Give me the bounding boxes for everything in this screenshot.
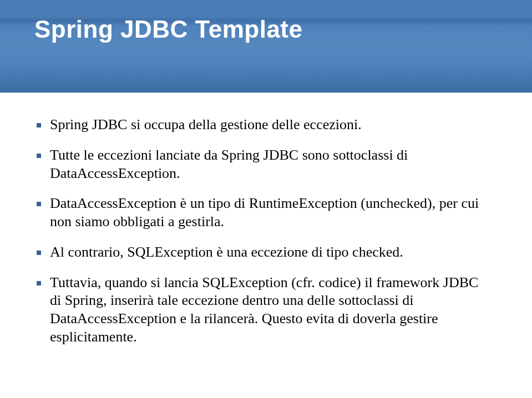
list-item: DataAccessException è un tipo di Runtime… — [50, 195, 493, 231]
list-item: Tuttavia, quando si lancia SQLException … — [50, 274, 493, 346]
slide-header: Spring JDBC Template — [0, 0, 532, 93]
slide-title: Spring JDBC Template — [34, 16, 532, 43]
list-item: Al contrario, SQLException è una eccezio… — [50, 243, 493, 262]
bullet-list: Spring JDBC si occupa della gestione del… — [50, 116, 493, 346]
list-item: Tutte le eccezioni lanciate da Spring JD… — [50, 146, 493, 183]
list-item: Spring JDBC si occupa della gestione del… — [50, 116, 493, 134]
slide-content: Spring JDBC si occupa della gestione del… — [0, 93, 532, 346]
